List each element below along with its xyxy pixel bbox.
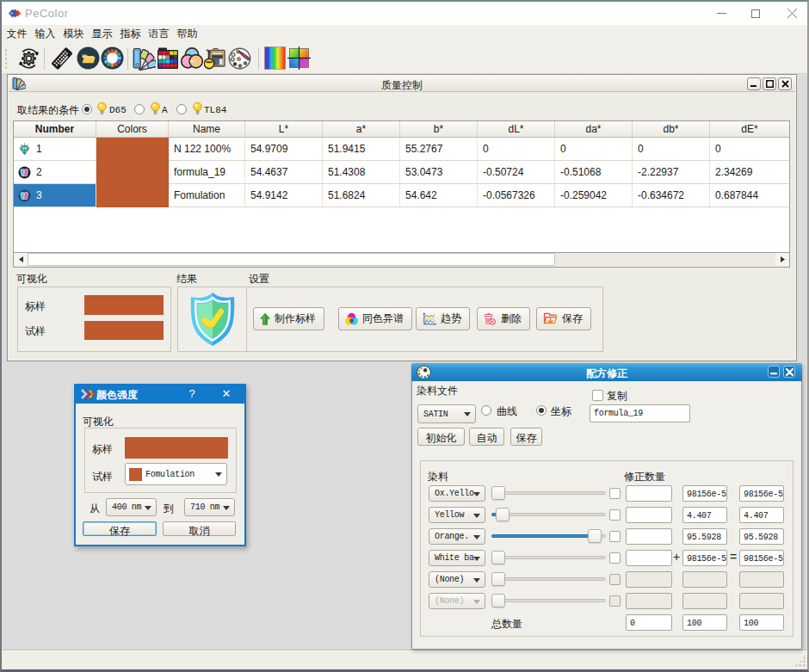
palette-brush-button[interactable]	[228, 46, 251, 70]
formula-name-input[interactable]: formula_19	[590, 404, 690, 422]
table-cell[interactable]: -0.50724	[478, 161, 555, 184]
table-cell[interactable]: 0.687844	[710, 184, 789, 207]
cs-cancel-button[interactable]: 取消	[163, 521, 236, 536]
fx-save-button[interactable]: 保存	[510, 428, 542, 446]
close-button[interactable]	[775, 2, 809, 25]
minimize-button[interactable]	[704, 2, 738, 25]
fx-titlebar[interactable]: 配方修正	[411, 363, 802, 381]
dye-checkbox-2[interactable]	[609, 509, 621, 521]
table-row3-number[interactable]: 3	[14, 184, 96, 207]
menu-index[interactable]: 指标	[116, 25, 145, 43]
dye-v2-3[interactable]: 95.5928	[739, 528, 784, 545]
dye-slider-3[interactable]	[491, 528, 606, 544]
col-a[interactable]: a*	[323, 121, 400, 138]
dye-combo-2[interactable]: Yellow	[429, 507, 485, 523]
dye-checkbox-4[interactable]	[609, 552, 621, 564]
qc-titlebar[interactable]: 质量控制	[9, 76, 795, 92]
col-db[interactable]: db*	[633, 121, 710, 138]
table-row2-name[interactable]: formula_19	[169, 161, 245, 184]
slider-handle[interactable]	[491, 551, 505, 564]
make-standard-button[interactable]: 制作标样	[253, 307, 324, 330]
lab-flask-button[interactable]	[204, 46, 227, 71]
swatch-fan-button[interactable]	[133, 46, 156, 71]
dye-input-6[interactable]	[626, 593, 672, 609]
fx-minimize-button[interactable]	[768, 366, 780, 378]
palette-grid-button[interactable]	[157, 46, 179, 70]
table-cell[interactable]: 0	[555, 138, 633, 161]
radio-curve[interactable]	[481, 405, 491, 416]
radio-coordinate[interactable]	[536, 405, 547, 416]
dye-slider-1[interactable]	[491, 485, 606, 501]
dye-v2-4[interactable]: 98156e-5	[739, 550, 784, 566]
dye-checkbox-3[interactable]	[609, 531, 621, 542]
dye-v1-1[interactable]: 98156e-5	[682, 485, 727, 502]
trend-button[interactable]: 趋势	[416, 307, 470, 330]
slider-handle[interactable]	[588, 529, 602, 543]
table-cell[interactable]: -0.634672	[633, 184, 710, 207]
qc-close-button[interactable]	[778, 77, 792, 90]
scroll-thumb[interactable]	[28, 253, 555, 266]
dye-input-2[interactable]	[626, 507, 672, 523]
slider-handle[interactable]	[491, 594, 505, 607]
menu-module[interactable]: 模块	[59, 25, 88, 43]
table-cell[interactable]: -0.259042	[555, 184, 633, 207]
col-da[interactable]: da*	[555, 121, 633, 138]
table-cell[interactable]: 51.9415	[323, 138, 400, 161]
dye-checkbox-5[interactable]	[609, 574, 621, 585]
dye-combo-6[interactable]: (None)	[429, 593, 485, 609]
dye-v1-3[interactable]: 95.5928	[682, 528, 727, 545]
maximize-button[interactable]	[738, 2, 773, 25]
dye-checkbox-1[interactable]	[609, 488, 621, 499]
dye-v2-6[interactable]	[739, 593, 784, 609]
dye-v2-5[interactable]	[739, 571, 784, 588]
qc-restore-button[interactable]	[763, 77, 776, 90]
table-cell[interactable]: 51.6824	[323, 184, 400, 207]
initialize-button[interactable]: 初始化	[417, 428, 465, 446]
total-v1[interactable]: 100	[682, 614, 727, 631]
delete-button[interactable]: 删除	[477, 307, 530, 330]
cs-to-combo[interactable]: 710 nm	[184, 498, 235, 516]
cs-save-button[interactable]: 保存	[83, 521, 157, 536]
slider-handle[interactable]	[491, 486, 505, 500]
resize-grip[interactable]	[794, 656, 806, 667]
cs-from-combo[interactable]: 400 nm	[106, 498, 157, 516]
table-cell[interactable]: 51.4308	[323, 161, 400, 184]
menu-file[interactable]: 文件	[3, 25, 31, 43]
toolbar-grip[interactable]	[4, 48, 8, 69]
col-name[interactable]: Name	[169, 121, 245, 138]
table-cell[interactable]: 0	[710, 138, 789, 161]
dye-input-5[interactable]	[626, 571, 672, 588]
dye-slider-4[interactable]	[491, 550, 606, 565]
col-dl[interactable]: dL*	[478, 121, 555, 138]
table-cell[interactable]: -0.0567326	[478, 184, 555, 207]
dye-v1-6[interactable]	[682, 593, 727, 609]
dye-combo-5[interactable]: (None)	[429, 571, 485, 588]
table-row3-name[interactable]: Fomulation	[169, 184, 245, 207]
table-cell[interactable]: 54.4637	[245, 161, 323, 184]
table-row1-color[interactable]	[96, 138, 169, 161]
table-cell[interactable]: -0.51068	[555, 161, 633, 184]
dye-combo-3[interactable]: Orange.	[429, 528, 485, 545]
slider-handle[interactable]	[491, 572, 505, 586]
col-l[interactable]: L*	[245, 121, 323, 138]
table-cell[interactable]: -2.22937	[633, 161, 710, 184]
dye-input-1[interactable]	[626, 485, 672, 502]
dye-v2-1[interactable]: 98156e-5	[739, 485, 784, 502]
table-cell[interactable]: 0	[633, 138, 710, 161]
table-cell[interactable]: 53.0473	[400, 161, 478, 184]
slider-handle[interactable]	[496, 508, 509, 521]
qc-table-hscrollbar[interactable]	[13, 253, 790, 268]
table-cell[interactable]: 54.9142	[245, 184, 323, 207]
scroll-left-button[interactable]	[14, 253, 28, 266]
cs-help-button[interactable]: ?	[184, 386, 200, 401]
qc-minimize-button[interactable]	[747, 77, 761, 90]
col-colors[interactable]: Colors	[96, 121, 169, 138]
table-cell[interactable]: 54.642	[400, 184, 478, 207]
menu-input[interactable]: 输入	[31, 25, 59, 43]
menu-help[interactable]: 帮助	[173, 25, 201, 43]
dye-combo-1[interactable]: Ox.Yello	[429, 485, 485, 502]
color-wheel-button[interactable]	[101, 46, 124, 70]
dye-slider-6[interactable]	[491, 593, 606, 608]
dye-v1-4[interactable]: 98156e-5	[682, 550, 727, 566]
keyboard-button[interactable]	[50, 46, 74, 71]
